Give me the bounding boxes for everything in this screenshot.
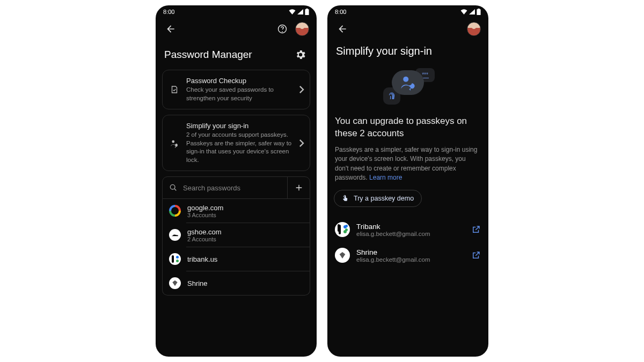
site-name: Shrine (187, 279, 208, 287)
svg-point-3 (403, 77, 408, 82)
topbar (156, 17, 317, 41)
site-sub: 2 Accounts (187, 236, 222, 242)
tap-icon (342, 195, 349, 202)
list-item[interactable]: Shrine (163, 271, 310, 295)
signal-icon (297, 9, 303, 14)
avatar[interactable] (467, 22, 481, 36)
site-name: gshoe.com (187, 228, 222, 236)
google-icon (169, 205, 181, 217)
tribank-icon (335, 222, 350, 237)
tribank-icon (169, 253, 181, 265)
open-external-icon[interactable] (471, 225, 481, 234)
shrine-icon (169, 277, 181, 289)
arrow-back-icon (165, 24, 176, 34)
learn-more-link[interactable]: Learn more (369, 174, 402, 181)
account-email: elisa.g.beckett@gmail.com (356, 231, 465, 237)
page-title: Password Manager (164, 49, 252, 61)
shrine-icon (335, 248, 350, 263)
back-button[interactable] (335, 21, 350, 36)
account-email: elisa.g.beckett@gmail.com (356, 256, 465, 263)
battery-icon (477, 9, 481, 15)
status-time: 8:00 (335, 9, 346, 15)
add-button[interactable] (287, 177, 310, 198)
help-icon (277, 24, 288, 34)
demo-button-label: Try a passkey demo (354, 195, 414, 202)
card-subtitle: Check your saved passwords to strengthen… (186, 86, 292, 102)
passkey-icon (169, 138, 180, 148)
section-body: Passkeys are a simpler, safer way to sig… (334, 145, 482, 183)
checkup-icon (169, 85, 180, 94)
password-checkup-card[interactable]: Password Checkup Check your saved passwo… (162, 70, 310, 109)
list-item[interactable]: google.com 3 Accounts (163, 199, 310, 223)
list-item[interactable]: gshoe.com 2 Accounts (163, 223, 310, 247)
body-text: Passkeys are a simpler, safer way to sig… (335, 146, 477, 181)
account-row[interactable]: Shrine elisa.g.beckett@gmail.com (334, 242, 482, 268)
search-field[interactable] (163, 177, 287, 198)
page-title-row: Password Manager (162, 41, 310, 70)
chevron-right-icon (299, 86, 304, 93)
site-name: google.com (187, 204, 223, 212)
card-subtitle: 2 of your accounts support passkeys. Pas… (186, 131, 292, 164)
hero-illustration: *** (334, 67, 482, 115)
site-name: tribank.us (187, 255, 217, 263)
svg-point-2 (170, 184, 175, 189)
status-time: 8:00 (163, 9, 174, 15)
status-icons (460, 9, 481, 15)
status-bar: 8:00 (327, 5, 488, 17)
page-title: Simplify your sign-in (334, 41, 482, 67)
phone-password-manager: 8:00 Password Manager (156, 5, 317, 357)
search-row (162, 176, 310, 199)
arrow-back-icon (337, 24, 348, 34)
help-button[interactable] (275, 21, 290, 36)
signal-icon (469, 9, 475, 14)
card-title: Simplify your sign-in (186, 122, 292, 130)
passkey-bubble-icon (392, 70, 424, 95)
chevron-right-icon (299, 139, 304, 147)
list-item[interactable]: tribank.us (163, 247, 310, 271)
svg-point-1 (172, 140, 174, 143)
card-title: Password Checkup (186, 77, 292, 85)
password-list: google.com 3 Accounts gshoe.com 2 Accoun… (162, 199, 310, 295)
try-passkey-demo-button[interactable]: Try a passkey demo (334, 190, 422, 207)
site-sub: 3 Accounts (187, 212, 223, 218)
search-input[interactable] (183, 184, 281, 192)
account-row[interactable]: Tribank elisa.g.beckett@gmail.com (334, 217, 482, 242)
battery-icon (305, 9, 309, 15)
gshoe-icon (169, 229, 181, 241)
back-button[interactable] (163, 21, 178, 36)
account-name: Tribank (356, 223, 465, 231)
open-external-icon[interactable] (471, 250, 481, 260)
status-bar: 8:00 (156, 5, 317, 17)
search-icon (169, 183, 178, 192)
status-icons (289, 9, 309, 15)
phone-simplify-signin: 8:00 Simplify your sign-in *** You can u (327, 5, 488, 357)
account-name: Shrine (356, 248, 465, 256)
wifi-icon (460, 9, 467, 14)
section-heading: You can upgrade to passkeys on these 2 a… (334, 115, 482, 145)
settings-button[interactable] (293, 47, 308, 62)
simplify-signin-card[interactable]: Simplify your sign-in 2 of your accounts… (162, 115, 310, 171)
gear-icon (295, 49, 306, 61)
plus-icon (295, 183, 303, 192)
wifi-icon (289, 9, 296, 14)
topbar (327, 17, 488, 41)
avatar[interactable] (295, 22, 309, 36)
